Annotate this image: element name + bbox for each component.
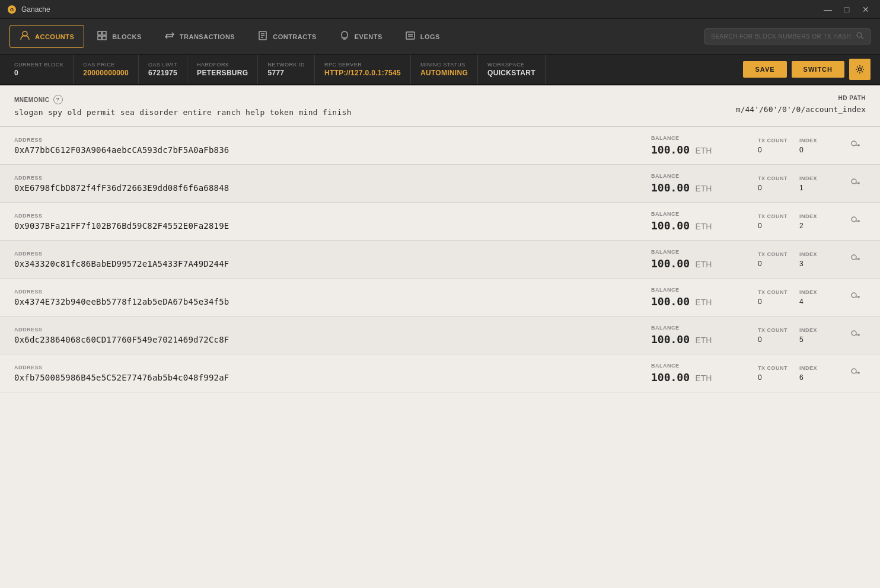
workspace-value: QUICKSTART xyxy=(487,69,535,77)
balance-row: 100.00 ETH xyxy=(651,181,722,194)
balance-row: 100.00 ETH xyxy=(651,295,722,308)
tx-count-value: 0 xyxy=(758,335,787,344)
nav-blocks[interactable]: BLOCKS xyxy=(87,25,151,48)
nav-contracts[interactable]: CONTRACTS xyxy=(247,25,327,48)
tx-count-section: TX COUNT 0 xyxy=(722,138,787,154)
account-key-button[interactable] xyxy=(844,287,866,307)
balance-section: BALANCE 100.00 ETH xyxy=(627,325,722,346)
mnemonic-section: MNEMONIC ? slogan spy old permit sea dis… xyxy=(0,85,880,127)
account-info: ADDRESS 0xA77bbC612F03A9064aebcCA593dc7b… xyxy=(14,137,627,155)
nav-transactions[interactable]: TRANSACTIONS xyxy=(154,25,245,48)
balance-row: 100.00 ETH xyxy=(651,333,722,346)
tx-count-label: TX COUNT xyxy=(758,289,787,295)
maximize-button[interactable]: □ xyxy=(840,2,854,17)
tx-count-value: 0 xyxy=(758,146,787,154)
account-row: ADDRESS 0xA77bbC612F03A9064aebcCA593dc7b… xyxy=(0,127,880,165)
tx-count-value: 0 xyxy=(758,373,787,382)
account-address: 0xfb750085986B45e5C52E77476ab5b4c048f992… xyxy=(14,373,627,382)
balance-section: BALANCE 100.00 ETH xyxy=(627,249,722,270)
workspace-item: WORKSPACE QUICKSTART xyxy=(478,55,546,84)
svg-text:G: G xyxy=(10,7,14,12)
balance-value: 100.00 xyxy=(651,333,690,346)
mnemonic-label-text: MNEMONIC xyxy=(14,97,50,103)
account-key-button[interactable] xyxy=(844,174,866,193)
account-row: ADDRESS 0x4374E732b940eeBb5778f12ab5eDA6… xyxy=(0,279,880,317)
gas-price-item: GAS PRICE 20000000000 xyxy=(74,55,139,84)
account-address: 0x4374E732b940eeBb5778f12ab5eDA67b45e34f… xyxy=(14,297,627,306)
balance-row: 100.00 ETH xyxy=(651,219,722,232)
hdpath-label: HD PATH xyxy=(736,95,866,101)
current-block-label: CURRENT BLOCK xyxy=(14,62,63,68)
balance-label: BALANCE xyxy=(651,363,722,369)
app-title: Ganache xyxy=(21,5,50,14)
settings-button[interactable] xyxy=(849,59,871,80)
index-value: 1 xyxy=(799,184,835,192)
accounts-icon xyxy=(20,30,30,43)
tx-count-value: 0 xyxy=(758,298,787,306)
search-input[interactable] xyxy=(711,33,851,40)
index-label: INDEX xyxy=(799,138,835,143)
tx-count-label: TX COUNT xyxy=(758,251,787,257)
address-label: ADDRESS xyxy=(14,365,627,370)
tx-count-section: TX COUNT 0 xyxy=(722,327,787,344)
minimize-button[interactable]: — xyxy=(821,2,835,17)
events-icon xyxy=(339,30,350,43)
account-key-button[interactable] xyxy=(844,250,866,269)
nav-events[interactable]: EVENTS xyxy=(329,25,393,48)
mining-status-label: MINING STATUS xyxy=(420,62,468,68)
rpc-server-label: RPC SERVER xyxy=(324,62,401,68)
account-address: 0xE6798fCbD872f4fF36d72663E9dd08f6f6a688… xyxy=(14,183,627,193)
search-bar[interactable] xyxy=(704,28,871,44)
svg-point-21 xyxy=(852,179,856,184)
svg-point-30 xyxy=(852,293,856,298)
index-section: INDEX 6 xyxy=(787,365,835,382)
mnemonic-right: HD PATH m/44'/60'/0'/0/account_index xyxy=(736,95,866,114)
tx-count-section: TX COUNT 0 xyxy=(722,175,787,192)
gas-limit-label: GAS LIMIT xyxy=(148,62,177,68)
account-key-button[interactable] xyxy=(844,325,866,345)
account-info: ADDRESS 0x4374E732b940eeBb5778f12ab5eDA6… xyxy=(14,289,627,306)
eth-label: ETH xyxy=(695,298,712,307)
account-row: ADDRESS 0xfb750085986B45e5C52E77476ab5b4… xyxy=(0,354,880,392)
tx-count-value: 0 xyxy=(758,184,787,192)
balance-section: BALANCE 100.00 ETH xyxy=(627,135,722,156)
save-button[interactable]: SAVE xyxy=(743,61,786,78)
address-label: ADDRESS xyxy=(14,137,627,143)
index-section: INDEX 0 xyxy=(787,138,835,154)
mnemonic-phrase: slogan spy old permit sea disorder entir… xyxy=(14,108,352,117)
network-id-label: NETWORK ID xyxy=(267,62,305,68)
account-key-button[interactable] xyxy=(844,363,866,383)
account-address: 0x6dc23864068c60CD17760F549e7021469d72Cc… xyxy=(14,335,627,344)
nav-accounts[interactable]: ACCOUNTS xyxy=(9,25,84,48)
hardfork-item: HARDFORK PETERSBURG xyxy=(187,55,258,84)
account-address: 0xA77bbC612F03A9064aebcCA593dc7bF5A0aFb8… xyxy=(14,145,627,155)
index-value: 6 xyxy=(799,373,835,382)
logs-icon xyxy=(405,30,416,43)
close-button[interactable]: ✕ xyxy=(859,2,873,17)
nav-logs[interactable]: LOGS xyxy=(395,25,450,48)
address-label: ADDRESS xyxy=(14,327,627,333)
account-row: ADDRESS 0x343320c81fc86BabED99572e1A5433… xyxy=(0,241,880,279)
account-key-button[interactable] xyxy=(844,212,866,231)
transactions-icon xyxy=(164,30,175,43)
mnemonic-label-row: MNEMONIC ? xyxy=(14,95,352,104)
eth-label: ETH xyxy=(695,373,712,383)
svg-point-24 xyxy=(852,217,856,222)
search-icon xyxy=(856,31,864,41)
account-row: ADDRESS 0x9037BFa21FF7f102B76Bd59C82F455… xyxy=(0,203,880,241)
svg-rect-6 xyxy=(103,36,106,40)
mnemonic-help-button[interactable]: ? xyxy=(53,95,63,104)
balance-row: 100.00 ETH xyxy=(651,143,722,156)
rpc-server-value: HTTP://127.0.0.1:7545 xyxy=(324,69,401,77)
hardfork-value: PETERSBURG xyxy=(197,69,248,77)
account-key-button[interactable] xyxy=(844,136,866,155)
contracts-icon xyxy=(257,30,268,43)
index-section: INDEX 3 xyxy=(787,251,835,268)
tx-count-section: TX COUNT 0 xyxy=(722,289,787,306)
balance-label: BALANCE xyxy=(651,249,722,255)
switch-button[interactable]: SWITCH xyxy=(792,61,844,78)
gas-limit-value: 6721975 xyxy=(148,69,177,77)
balance-label: BALANCE xyxy=(651,211,722,217)
eth-label: ETH xyxy=(695,184,712,193)
gas-price-label: GAS PRICE xyxy=(83,62,129,68)
